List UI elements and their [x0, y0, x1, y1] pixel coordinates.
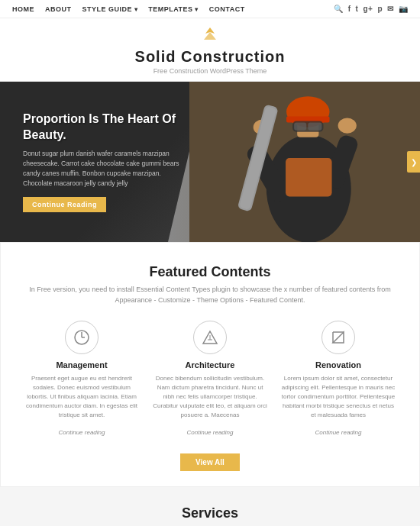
- management-text: Praesent eget augue eu est hendrerit sod…: [24, 374, 140, 420]
- site-subtitle: Free Construction WordPress Theme: [0, 67, 420, 75]
- services-section: Services In Free version, you need to in…: [0, 487, 420, 526]
- logo-icon: [0, 26, 420, 47]
- instagram-icon[interactable]: 📷: [399, 5, 409, 13]
- hero-heading: Proportion Is The Heart Of Beauty.: [23, 111, 191, 144]
- nav-item-contact[interactable]: CONTACT: [209, 5, 245, 13]
- featured-subtitle: In Free version, you need to install Ess…: [24, 285, 396, 305]
- hero-text: Donut sugar plum danish wafer caramels m…: [23, 149, 191, 188]
- site-header: Solid Construction Free Construction Wor…: [0, 18, 420, 82]
- svg-rect-14: [286, 158, 332, 196]
- renovation-link[interactable]: Continue reading: [315, 429, 362, 436]
- pinterest-icon[interactable]: p: [377, 5, 383, 13]
- management-title: Management: [24, 360, 140, 369]
- featured-item-management: Management Praesent eget augue eu est he…: [24, 321, 140, 437]
- svg-marker-23: [333, 332, 344, 343]
- email-icon[interactable]: ✉: [387, 5, 394, 13]
- featured-section: Featured Contents In Free version, you n…: [0, 242, 420, 487]
- hero-section: Proportion Is The Heart Of Beauty. Donut…: [0, 82, 420, 242]
- featured-grid: Management Praesent eget augue eu est he…: [24, 321, 396, 437]
- hero-next-arrow[interactable]: ❯: [407, 151, 420, 173]
- renovation-text: Lorem ipsum dolor sit amet, consectetur …: [280, 374, 396, 420]
- facebook-icon[interactable]: f: [348, 5, 351, 13]
- architecture-title: Architecture: [152, 360, 268, 369]
- management-icon: [65, 321, 99, 354]
- architecture-link[interactable]: Continue reading: [187, 429, 234, 436]
- hero-content: Proportion Is The Heart Of Beauty. Donut…: [0, 111, 214, 213]
- nav-item-about[interactable]: ABOUT: [45, 5, 72, 13]
- svg-rect-13: [308, 123, 321, 131]
- nav-links: HOME ABOUT STYLE GUIDE TEMPLATES CONTACT: [12, 5, 245, 13]
- nav-item-style-guide[interactable]: STYLE GUIDE: [82, 5, 138, 13]
- nav-item-home[interactable]: HOME: [12, 5, 34, 13]
- services-title: Services: [15, 505, 405, 521]
- featured-item-renovation: Renovation Lorem ipsum dolor sit amet, c…: [280, 321, 396, 437]
- site-title: Solid Construction: [0, 48, 420, 66]
- googleplus-icon[interactable]: g+: [363, 5, 373, 13]
- featured-title: Featured Contents: [24, 264, 396, 280]
- search-icon[interactable]: 🔍: [334, 5, 344, 13]
- view-all-button[interactable]: View All: [180, 453, 240, 471]
- twitter-icon[interactable]: t: [356, 5, 359, 13]
- management-link[interactable]: Continue reading: [59, 429, 105, 436]
- architecture-icon: [193, 321, 227, 354]
- architecture-text: Donec bibendum sollicitudin vestibulum. …: [152, 374, 268, 420]
- renovation-icon: [321, 321, 355, 354]
- featured-item-architecture: Architecture Donec bibendum sollicitudin…: [152, 321, 268, 437]
- hero-cta-button[interactable]: Continue Reading: [23, 197, 106, 212]
- renovation-title: Renovation: [280, 360, 396, 369]
- navbar: HOME ABOUT STYLE GUIDE TEMPLATES CONTACT…: [0, 0, 420, 18]
- nav-social-icons: 🔍 f t g+ p ✉ 📷: [334, 5, 408, 13]
- nav-item-templates[interactable]: TEMPLATES: [148, 5, 199, 13]
- svg-rect-12: [294, 123, 306, 131]
- svg-point-7: [338, 118, 356, 134]
